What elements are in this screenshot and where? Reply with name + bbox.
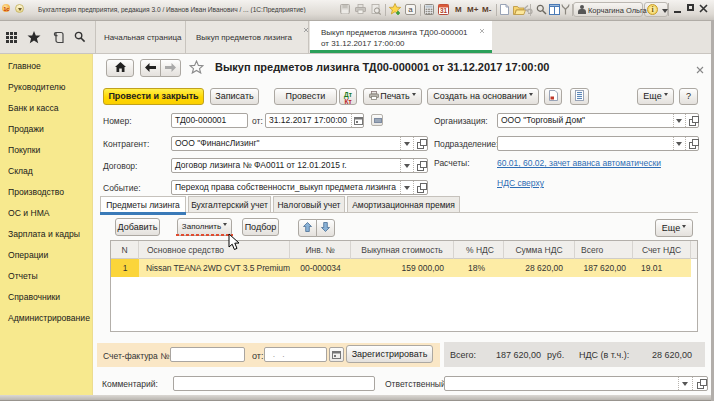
svg-text:31: 31: [440, 7, 448, 14]
svg-text:a: a: [408, 5, 413, 14]
